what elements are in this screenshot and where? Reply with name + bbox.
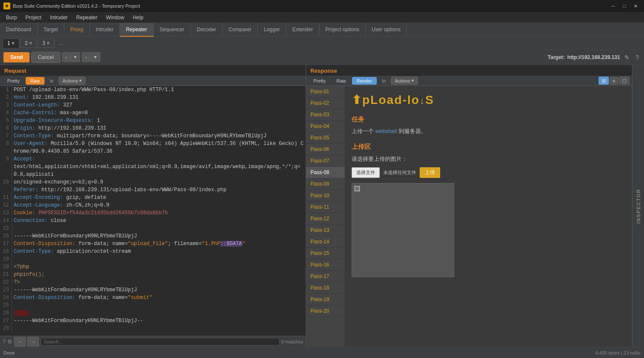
pass-item-06[interactable]: Pass-06 (306, 144, 345, 155)
pass-item-08[interactable]: Pass-08 (306, 167, 345, 178)
toolbar: Send Cancel ‹ ▾ › ▾ Target: http://192.1… (0, 50, 644, 65)
request-pretty-btn[interactable]: Pretty (3, 77, 24, 85)
pass-item-20[interactable]: Pass-20 (306, 305, 345, 317)
minimize-button[interactable]: ─ (608, 2, 618, 10)
code-line-16: 16 ------WebKitFormBoundaryH9NLRYbmeTBlU… (0, 232, 306, 240)
tab-user-options[interactable]: User options (366, 23, 407, 36)
menu-window[interactable]: Window (101, 13, 128, 22)
code-line-7: 7 Content-Type: multipart/form-data; bou… (0, 132, 306, 140)
menu-intruder[interactable]: Intruder (46, 13, 72, 22)
no-file-text: 未选择任何文件 (383, 169, 416, 176)
menu-burp[interactable]: Burp (2, 13, 21, 22)
pass-list: Pass-01 Pass-02 Pass-03 Pass-04 Pass-05 … (306, 86, 345, 347)
request-n-btn[interactable]: \n (46, 77, 57, 85)
search-settings-btn[interactable]: ⚙ (7, 338, 12, 345)
pass-item-15[interactable]: Pass-15 (306, 248, 345, 259)
task-text: 上传一个 webshell 到服务器。 (352, 127, 625, 136)
response-raw-btn[interactable]: Raw (332, 77, 351, 85)
task-title: 任务 (352, 115, 625, 124)
pass-item-18[interactable]: Pass-18 (306, 282, 345, 294)
tab-decoder[interactable]: Decoder (191, 23, 223, 36)
pass-item-01[interactable]: Pass-01 (306, 86, 345, 98)
repeater-tab-more[interactable]: ... (55, 39, 66, 47)
target-label: Target: (548, 54, 565, 60)
upload-button[interactable]: 上传 (420, 167, 440, 178)
tab-dashboard[interactable]: Dashboard (0, 23, 38, 36)
pass-item-16[interactable]: Pass-16 (306, 259, 345, 271)
code-line-28: 28 (0, 325, 306, 332)
task-text-pre: 上传一个 (352, 128, 376, 134)
response-n-btn[interactable]: \n (378, 77, 390, 85)
view-list-btn[interactable]: ≡ (610, 77, 618, 85)
pass-item-03[interactable]: Pass-03 (306, 109, 345, 121)
tab-proxy[interactable]: Proxy (64, 23, 90, 36)
code-line-27: 27 ------WebKitFormBoundaryH9NLRYbmeTBlU… (0, 317, 306, 325)
repeater-tab-3[interactable]: 3 × (38, 38, 54, 48)
nav-back-group: ‹ ▾ (62, 52, 80, 62)
tab-sequencer[interactable]: Sequencer (154, 23, 191, 36)
response-title: Response (306, 65, 632, 76)
pass-item-17[interactable]: Pass-17 (306, 271, 345, 282)
code-line-21: 21 phpinfo(); (0, 271, 306, 278)
maximize-button[interactable]: □ (619, 2, 629, 10)
tab-extender[interactable]: Extender (286, 23, 319, 36)
search-prev-btn[interactable]: ← (14, 337, 26, 346)
nav-forward-drop-button[interactable]: ▾ (91, 52, 100, 62)
pass-item-14[interactable]: Pass-14 (306, 236, 345, 248)
request-raw-btn[interactable]: Raw (26, 77, 45, 85)
code-line-12: 12 Accept-Language: zh-CN,zh;q=0.9 (0, 201, 306, 209)
pass-item-10[interactable]: Pass-10 (306, 190, 345, 201)
repeater-tab-2[interactable]: 2 × (20, 38, 37, 48)
tab-target[interactable]: Target (38, 23, 64, 36)
nav-forward-button[interactable]: › (82, 52, 90, 62)
target-url: http://192.168.239.131 (567, 54, 620, 60)
pass-item-05[interactable]: Pass-05 (306, 132, 345, 144)
response-render-btn[interactable]: Render (352, 77, 377, 85)
pass-item-12[interactable]: Pass-12 (306, 213, 345, 225)
tab-logger[interactable]: Logger (258, 23, 286, 36)
window-controls: ─ □ ✕ (608, 2, 641, 10)
tab-intruder[interactable]: Intruder (90, 23, 120, 36)
titlebar: B Burp Suite Community Edition v2021.4.2… (0, 0, 644, 12)
tab-project-options[interactable]: Project options (319, 23, 366, 36)
target-help-button[interactable]: ? (634, 53, 641, 62)
pass-item-13[interactable]: Pass-13 (306, 225, 345, 236)
code-line-1: 1 POST /upload-labs-env/WWW/Pass-08/inde… (0, 86, 306, 94)
pass-item-19[interactable]: Pass-19 (306, 294, 345, 305)
view-toggle: ▦ ≡ ▢ (599, 77, 629, 85)
response-actions-btn[interactable]: Actions ▾ (391, 77, 418, 85)
upload-prompt: 请选择要上传的图片： (352, 155, 625, 163)
tab-comparer[interactable]: Comparer (223, 23, 258, 36)
nav-back-drop-button[interactable]: ▾ (71, 52, 80, 62)
tab-repeater[interactable]: Repeater (120, 23, 153, 37)
choose-file-button[interactable]: 选择文件 (352, 167, 380, 178)
code-line-3: 3 Content-Length: 327 (0, 101, 306, 109)
inspector-panel: INSPECTOR (632, 65, 644, 347)
close-button[interactable]: ✕ (630, 2, 641, 10)
app-title: Burp Suite Community Edition v2021.4.2 -… (13, 3, 608, 9)
code-line-13: 13 Cookie: PHPSESSID=f54da3c21d35bdd2645… (0, 209, 306, 217)
response-pretty-btn[interactable]: Pretty (309, 77, 331, 85)
menu-repeater[interactable]: Repeater (72, 13, 101, 22)
cancel-button[interactable]: Cancel (31, 52, 60, 63)
search-input[interactable] (41, 338, 280, 346)
search-help-btn[interactable]: ? (3, 338, 6, 345)
search-next-btn[interactable]: → (27, 337, 39, 346)
nav-back-button[interactable]: ‹ (62, 52, 71, 62)
request-actions-btn[interactable]: Actions ▾ (59, 77, 86, 85)
target-edit-button[interactable]: ✎ (623, 53, 631, 62)
view-split-btn[interactable]: ▦ (599, 77, 609, 85)
pass-item-11[interactable]: Pass-11 (306, 201, 345, 213)
request-code-area[interactable]: 1 POST /upload-labs-env/WWW/Pass-08/inde… (0, 86, 306, 336)
pass-item-02[interactable]: Pass-02 (306, 98, 345, 109)
search-bar: ? ⚙ ← → 0 matches (0, 336, 306, 347)
menu-help[interactable]: Help (128, 13, 148, 22)
pass-item-07[interactable]: Pass-07 (306, 155, 345, 167)
pass-item-09[interactable]: Pass-09 (306, 178, 345, 190)
view-single-btn[interactable]: ▢ (619, 77, 629, 85)
menu-project[interactable]: Project (21, 13, 45, 22)
code-line-10b: Referer: http://192.168.239.131/upload-l… (0, 186, 306, 194)
pass-item-04[interactable]: Pass-04 (306, 121, 345, 132)
send-button[interactable]: Send (3, 52, 30, 62)
repeater-tab-1[interactable]: 1 × (3, 38, 19, 48)
